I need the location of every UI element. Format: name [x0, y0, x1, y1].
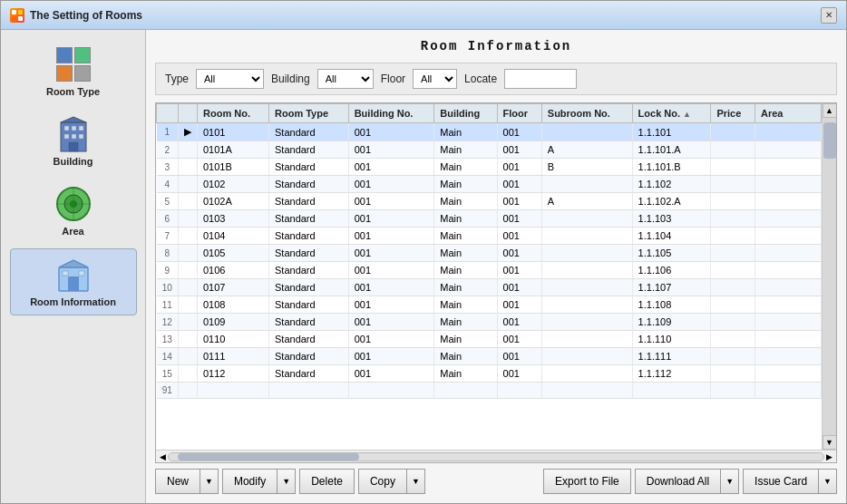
table-cell — [711, 348, 755, 365]
export-button[interactable]: Export to File — [543, 469, 631, 494]
table-cell: 001 — [348, 314, 434, 331]
table-cell — [755, 279, 821, 296]
hscroll-track[interactable] — [168, 452, 824, 461]
locate-label: Locate — [464, 73, 497, 85]
col-header-room-no[interactable]: Room No. — [198, 104, 269, 123]
table-cell: 0106 — [198, 262, 269, 279]
table-row[interactable]: 150112Standard001Main0011.1.112 — [157, 365, 822, 383]
col-header-building[interactable]: Building — [434, 104, 497, 123]
col-header-price[interactable]: Price — [711, 104, 755, 123]
col-header-subroom-no[interactable]: Subroom No. — [541, 104, 632, 123]
issue-card-button[interactable]: Issue Card — [743, 469, 819, 494]
table-cell: 1.1.106 — [632, 262, 711, 279]
col-header-floor[interactable]: Floor — [497, 104, 541, 123]
table-cell: 0103 — [198, 210, 269, 228]
sidebar-item-building[interactable]: Building — [10, 109, 137, 174]
col-header-room-type[interactable]: Room Type — [269, 104, 349, 123]
col-header-lock-no[interactable]: Lock No.▲ — [632, 104, 711, 123]
copy-button[interactable]: Copy — [358, 469, 407, 494]
sidebar: Room Type Building — [1, 30, 146, 503]
copy-button-group: Copy ▼ — [358, 469, 425, 494]
table-row[interactable]: 40102Standard001Main0011.1.102 — [157, 176, 822, 193]
table-cell: Main — [434, 262, 497, 279]
table-footer-num: 91 — [157, 383, 179, 399]
scroll-up-button[interactable]: ▲ — [823, 103, 837, 118]
table-cell — [541, 348, 632, 365]
table-row[interactable]: 90106Standard001Main0011.1.106 — [157, 262, 822, 279]
sidebar-item-room-information[interactable]: Room Information — [10, 248, 137, 315]
scroll-down-button[interactable]: ▼ — [823, 435, 837, 450]
modify-button[interactable]: Modify — [222, 469, 277, 494]
table-cell: 001 — [497, 314, 541, 331]
table-cell — [755, 176, 821, 193]
table-cell: Main — [434, 279, 497, 296]
scroll-right-button[interactable]: ▶ — [824, 452, 834, 461]
table-cell: 001 — [348, 331, 434, 348]
svg-rect-1 — [18, 10, 23, 15]
table-cell: 1.1.101.A — [632, 141, 711, 159]
scroll-thumb[interactable] — [823, 122, 836, 159]
table-cell: Standard — [269, 314, 349, 331]
table-cell — [711, 331, 755, 348]
table-row[interactable]: 100107Standard001Main0011.1.107 — [157, 279, 822, 296]
table-cell: 001 — [497, 176, 541, 193]
table-row[interactable]: 70104Standard001Main0011.1.104 — [157, 228, 822, 245]
table-row[interactable]: 80105Standard001Main0011.1.105 — [157, 245, 822, 262]
table-cell: Main — [434, 193, 497, 210]
table-cell — [711, 365, 755, 383]
table-cell: 8 — [157, 245, 179, 262]
table-cell — [755, 314, 821, 331]
horizontal-scrollbar[interactable]: ◀ ▶ — [156, 450, 836, 462]
building-select[interactable]: All Main Annex — [317, 69, 374, 89]
table-cell: 7 — [157, 228, 179, 245]
vertical-scrollbar[interactable]: ▲ ▼ — [822, 103, 836, 450]
floor-select[interactable]: All 001 002 003 — [413, 69, 457, 89]
table-cell — [541, 262, 632, 279]
table-cell — [541, 245, 632, 262]
new-button[interactable]: New — [155, 469, 200, 494]
table-row[interactable]: 110108Standard001Main0011.1.108 — [157, 296, 822, 314]
scroll-left-button[interactable]: ◀ — [158, 452, 168, 461]
table-row[interactable]: 140111Standard001Main0011.1.111 — [157, 348, 822, 365]
table-cell: Main — [434, 176, 497, 193]
sidebar-item-room-type[interactable]: Room Type — [10, 39, 137, 104]
modify-dropdown-button[interactable]: ▼ — [277, 469, 296, 494]
table-cell: 001 — [497, 348, 541, 365]
table-row[interactable]: 120109Standard001Main0011.1.109 — [157, 314, 822, 331]
table-cell: Main — [434, 141, 497, 159]
table-cell: Standard — [269, 176, 349, 193]
table-header-row: Room No. Room Type Building No. Building… — [157, 104, 822, 123]
scroll-track[interactable] — [823, 118, 837, 435]
col-header-arrow — [179, 104, 198, 123]
col-header-building-no[interactable]: Building No. — [348, 104, 434, 123]
filter-bar: Type All Standard Suite Deluxe Building … — [155, 63, 837, 95]
new-dropdown-button[interactable]: ▼ — [200, 469, 219, 494]
col-header-area[interactable]: Area — [755, 104, 821, 123]
table-cell — [541, 279, 632, 296]
type-select[interactable]: All Standard Suite Deluxe — [196, 69, 264, 89]
download-dropdown-button[interactable]: ▼ — [721, 469, 739, 494]
table-row[interactable]: 60103Standard001Main0011.1.103 — [157, 210, 822, 228]
table-cell: 0101A — [198, 141, 269, 159]
svg-rect-5 — [64, 126, 69, 131]
table-row[interactable]: 1▶0101Standard001Main0011.1.101 — [157, 123, 822, 141]
table-scroll[interactable]: Room No. Room Type Building No. Building… — [156, 103, 822, 450]
hscroll-thumb[interactable] — [178, 453, 359, 460]
table-cell — [179, 228, 198, 245]
table-cell — [179, 141, 198, 159]
copy-dropdown-button[interactable]: ▼ — [407, 469, 425, 494]
table-row[interactable]: 30101BStandard001Main001B1.1.101.B — [157, 159, 822, 176]
table-cell: 4 — [157, 176, 179, 193]
table-cell: 9 — [157, 262, 179, 279]
download-button[interactable]: Download All — [635, 469, 721, 494]
table-cell: 0104 — [198, 228, 269, 245]
issue-dropdown-button[interactable]: ▼ — [819, 469, 837, 494]
close-button[interactable]: ✕ — [821, 7, 837, 24]
table-row[interactable]: 20101AStandard001Main001A1.1.101.A — [157, 141, 822, 159]
locate-input[interactable] — [504, 69, 577, 89]
table-row[interactable]: 130110Standard001Main0011.1.110 — [157, 331, 822, 348]
data-table-container: Room No. Room Type Building No. Building… — [155, 102, 837, 463]
delete-button[interactable]: Delete — [299, 469, 355, 494]
sidebar-item-area[interactable]: Area — [10, 179, 137, 244]
table-row[interactable]: 50102AStandard001Main001A1.1.102.A — [157, 193, 822, 210]
